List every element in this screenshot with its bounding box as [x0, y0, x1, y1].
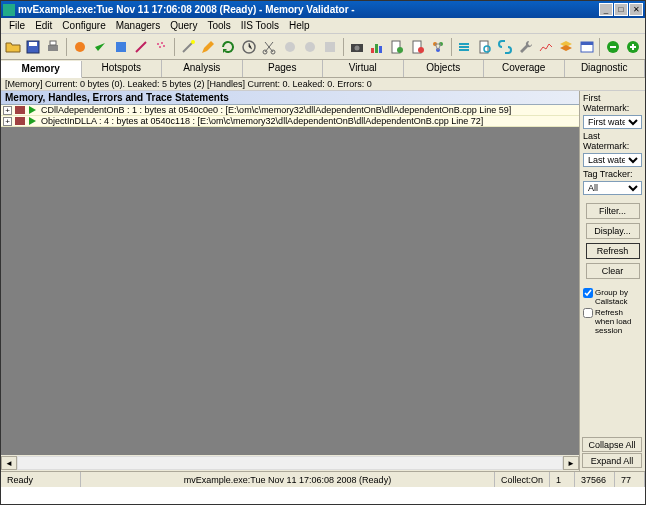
tab-diagnostic[interactable]: Diagnostic: [565, 60, 646, 77]
green-circle-1-icon[interactable]: [603, 37, 622, 57]
doc-green-icon[interactable]: [388, 37, 407, 57]
last-watermark-label: Last Watermark:: [583, 131, 642, 151]
toolbar: [1, 34, 645, 60]
svg-point-6: [157, 43, 159, 45]
section-header: Memory, Handles, Errors and Trace Statem…: [1, 91, 579, 105]
status-session: mvExample.exe:Tue Nov 11 17:06:08 2008 (…: [81, 472, 495, 487]
menu-help[interactable]: Help: [284, 20, 315, 31]
tool-blue-icon[interactable]: [111, 37, 130, 57]
group-callstack-label: Group by Callstack: [595, 288, 642, 306]
expand-icon[interactable]: +: [3, 106, 12, 115]
menu-tools[interactable]: Tools: [202, 20, 235, 31]
scroll-right-icon[interactable]: ►: [563, 456, 579, 470]
brush-icon[interactable]: [131, 37, 150, 57]
svg-point-7: [161, 42, 163, 44]
scroll-left-icon[interactable]: ◄: [1, 456, 17, 470]
svg-point-9: [163, 45, 165, 47]
clock-icon[interactable]: [239, 37, 258, 57]
tab-memory[interactable]: Memory: [1, 61, 82, 78]
wrench-icon[interactable]: [516, 37, 535, 57]
svg-rect-16: [325, 42, 335, 52]
horizontal-scrollbar[interactable]: ◄ ►: [1, 455, 579, 471]
tree-row-text: ObjectInDLLA : 4 : bytes at 0540c118 : […: [41, 116, 483, 126]
disabled-1-icon[interactable]: [280, 37, 299, 57]
window-title: mvExample.exe:Tue Nov 11 17:06:08 2008 (…: [18, 4, 598, 15]
open-icon[interactable]: [3, 37, 22, 57]
svg-rect-2: [48, 45, 58, 51]
collapse-all-button[interactable]: Collapse All: [582, 437, 642, 452]
tag-tracker-select[interactable]: All: [583, 181, 642, 195]
memory-status-line: [Memory] Current: 0 bytes (0). Leaked: 5…: [1, 78, 645, 91]
status-ready: Ready: [1, 472, 81, 487]
cut-icon[interactable]: [259, 37, 278, 57]
camera-icon[interactable]: [347, 37, 366, 57]
cyan-arrows-icon[interactable]: [455, 37, 474, 57]
clear-button[interactable]: Clear: [586, 263, 640, 279]
svg-rect-21: [379, 46, 382, 53]
menu-iis-tools[interactable]: IIS Tools: [236, 20, 284, 31]
tool-orange-icon[interactable]: [70, 37, 89, 57]
print-icon[interactable]: [44, 37, 63, 57]
refresh-load-checkbox[interactable]: [583, 308, 593, 318]
tab-virtual[interactable]: Virtual: [323, 60, 404, 77]
maximize-button[interactable]: □: [614, 3, 628, 16]
menu-edit[interactable]: Edit: [30, 20, 57, 31]
display-button[interactable]: Display...: [586, 223, 640, 239]
tab-analysis[interactable]: Analysis: [162, 60, 243, 77]
status-n3: 77: [615, 472, 645, 487]
group-callstack-checkbox[interactable]: [583, 288, 593, 298]
refresh-icon[interactable]: [219, 37, 238, 57]
tree-row[interactable]: + CDllAdependentOnB : 1 : bytes at 0540c…: [1, 105, 579, 116]
window-icon[interactable]: [577, 37, 596, 57]
tree-row-text: CDllAdependentOnB : 1 : bytes at 0540c0e…: [41, 105, 511, 115]
leak-icon: [15, 117, 25, 125]
tab-bar: Memory Hotspots Analysis Pages Virtual O…: [1, 60, 645, 78]
disabled-2-icon[interactable]: [300, 37, 319, 57]
svg-point-8: [159, 46, 161, 48]
play-icon: [28, 117, 38, 125]
svg-rect-5: [116, 42, 126, 52]
graph-icon[interactable]: [536, 37, 555, 57]
menu-managers[interactable]: Managers: [111, 20, 165, 31]
menu-query[interactable]: Query: [165, 20, 202, 31]
layers-icon[interactable]: [557, 37, 576, 57]
tab-pages[interactable]: Pages: [243, 60, 324, 77]
menu-configure[interactable]: Configure: [57, 20, 110, 31]
close-button[interactable]: ✕: [629, 3, 643, 16]
svg-rect-1: [29, 42, 37, 46]
expand-icon[interactable]: +: [3, 117, 12, 126]
wand-icon[interactable]: [178, 37, 197, 57]
doc-red-icon[interactable]: [408, 37, 427, 57]
refresh-button[interactable]: Refresh: [586, 243, 640, 259]
svg-point-10: [191, 40, 195, 44]
spray-icon[interactable]: [152, 37, 171, 57]
last-watermark-select[interactable]: Last watermark: [583, 153, 642, 167]
green-circle-2-icon[interactable]: [624, 37, 643, 57]
svg-point-23: [397, 47, 403, 53]
tab-hotspots[interactable]: Hotspots: [82, 60, 163, 77]
scroll-track[interactable]: [17, 456, 563, 470]
molecule-icon[interactable]: [428, 37, 447, 57]
first-watermark-select[interactable]: First watermark: [583, 115, 642, 129]
save-icon[interactable]: [23, 37, 42, 57]
menu-bar: File Edit Configure Managers Query Tools…: [1, 18, 645, 34]
disabled-3-icon[interactable]: [321, 37, 340, 57]
svg-rect-19: [371, 48, 374, 53]
tree-row[interactable]: + ObjectInDLLA : 4 : bytes at 0540c118 :…: [1, 116, 579, 127]
bottom-buttons: Collapse All Expand All: [579, 435, 645, 471]
tab-coverage[interactable]: Coverage: [484, 60, 565, 77]
bar-chart-icon[interactable]: [367, 37, 386, 57]
title-bar: mvExample.exe:Tue Nov 11 17:06:08 2008 (…: [1, 1, 645, 18]
doc-search-icon[interactable]: [475, 37, 494, 57]
tree-list: + CDllAdependentOnB : 1 : bytes at 0540c…: [1, 105, 579, 127]
link-icon[interactable]: [496, 37, 515, 57]
pencil-icon[interactable]: [198, 37, 217, 57]
svg-point-15: [305, 42, 315, 52]
expand-all-button[interactable]: Expand All: [582, 453, 642, 468]
status-n2: 37566: [575, 472, 615, 487]
tab-objects[interactable]: Objects: [404, 60, 485, 77]
tool-green-icon[interactable]: [90, 37, 109, 57]
menu-file[interactable]: File: [4, 20, 30, 31]
filter-button[interactable]: Filter...: [586, 203, 640, 219]
minimize-button[interactable]: _: [599, 3, 613, 16]
